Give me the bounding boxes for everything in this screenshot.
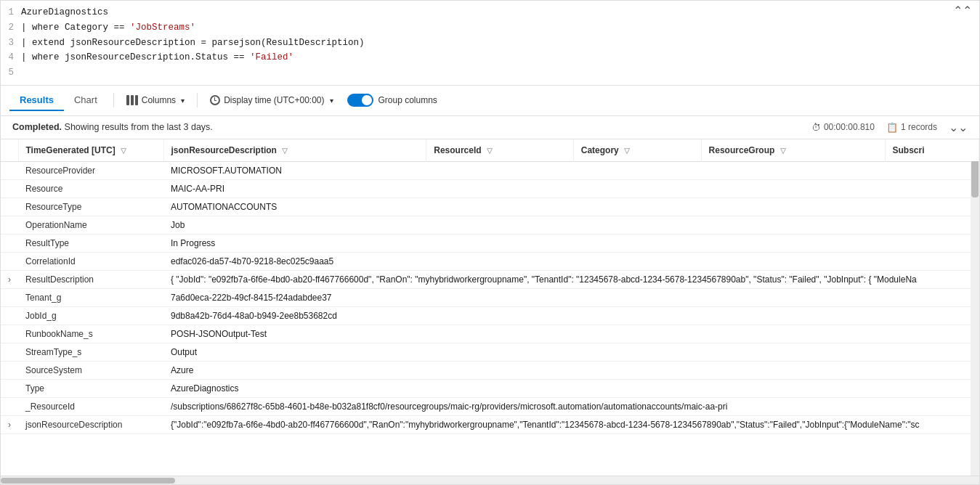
table-row: SourceSystemAzure xyxy=(1,361,979,379)
records-info: 📋 1 records xyxy=(886,122,937,133)
status-bar: Completed. Showing results from the last… xyxy=(1,116,979,139)
query-line: 1AzureDiagnostics xyxy=(1,5,979,20)
query-line: 2| where Category == 'JobStreams' xyxy=(1,20,979,36)
toggle-thumb xyxy=(362,95,372,105)
query-token: AzureDiagnostics xyxy=(21,7,108,17)
row-value: AUTOMATIONACCOUNTS xyxy=(163,197,979,216)
display-time-button[interactable]: Display time (UTC+00:00) ▾ xyxy=(203,91,339,109)
table-row: ResourceProviderMICROSOFT.AUTOMATION xyxy=(1,161,979,179)
results-table: TimeGenerated [UTC] ▽jsonResourceDescrip… xyxy=(1,139,979,434)
table-row: ›jsonResourceDescription{"JobId":"e092fb… xyxy=(1,415,979,433)
table-row: JobId_g9db8a42b-76d4-48a0-b949-2ee8b5368… xyxy=(1,306,979,325)
row-key: ResultDescription xyxy=(18,270,163,288)
filter-icon[interactable]: ▽ xyxy=(121,147,126,155)
expand-cell[interactable]: › xyxy=(1,415,18,433)
table-row: ›ResultDescription{ "JobId": "e092fb7a-6… xyxy=(1,270,979,288)
group-columns-label: Group columns xyxy=(378,95,437,105)
expand-cell xyxy=(1,343,18,361)
expand-cell xyxy=(1,361,18,379)
columns-icon xyxy=(126,95,138,105)
clock-icon xyxy=(210,95,220,105)
row-key: ResourceType xyxy=(18,197,163,216)
col-header-resourcegroup[interactable]: ResourceGroup ▽ xyxy=(701,139,885,162)
filter-icon[interactable]: ▽ xyxy=(282,147,288,155)
collapse-editor-button[interactable]: ⌃⌃ xyxy=(953,4,972,17)
row-value: {"JobId":"e092fb7a-6f6e-4bd0-ab20-ff4677… xyxy=(163,415,979,433)
vertical-scrollbar[interactable] xyxy=(971,139,979,476)
row-key: StreamType_s xyxy=(18,343,163,361)
col-header-timegenerated-[utc][interactable]: TimeGenerated [UTC] ▽ xyxy=(18,139,163,162)
expand-cell xyxy=(1,197,18,216)
line-number: 3 xyxy=(1,36,21,50)
status-detail: Showing results from the last 3 days. xyxy=(65,122,213,132)
row-key: RunbookName_s xyxy=(18,325,163,343)
query-line: 5 xyxy=(1,65,979,81)
expand-cell xyxy=(1,161,18,179)
row-value: MAIC-AA-PRI xyxy=(163,179,979,197)
query-token: 'Failed' xyxy=(250,52,293,62)
tab-results[interactable]: Results xyxy=(9,90,64,111)
horizontal-scrollbar-thumb[interactable] xyxy=(1,478,175,484)
table-row: ResourceMAIC-AA-PRI xyxy=(1,179,979,197)
row-value: 7a6d0eca-222b-49cf-8415-f24adabdee37 xyxy=(163,288,979,306)
row-key: Tenant_g xyxy=(18,288,163,306)
row-key: SourceSystem xyxy=(18,361,163,379)
results-table-container: TimeGenerated [UTC] ▽jsonResourceDescrip… xyxy=(1,139,979,476)
status-bold: Completed. xyxy=(12,122,62,132)
row-key: _ResourceId xyxy=(18,397,163,415)
table-row: TypeAzureDiagnostics xyxy=(1,379,979,397)
filter-icon[interactable]: ▽ xyxy=(487,147,493,155)
query-line: 3| extend jsonResourceDescription = pars… xyxy=(1,36,979,51)
expand-cell xyxy=(1,179,18,197)
group-columns-toggle[interactable]: Group columns xyxy=(347,94,437,107)
expand-cell[interactable]: › xyxy=(1,270,18,288)
table-row: StreamType_sOutput xyxy=(1,343,979,361)
line-content: | where Category == 'JobStreams' xyxy=(21,21,195,35)
toolbar: ResultsChart Columns ▾ Display time (UTC… xyxy=(1,86,979,116)
col-header-resourceid[interactable]: ResourceId ▽ xyxy=(426,139,573,162)
horizontal-scrollbar[interactable] xyxy=(1,476,979,484)
expand-cell xyxy=(1,288,18,306)
row-key: jsonResourceDescription xyxy=(18,415,163,433)
table-row: ResultTypeIn Progress xyxy=(1,234,979,252)
col-header-jsonresourcedescription[interactable]: jsonResourceDescription ▽ xyxy=(163,139,426,162)
line-number: 1 xyxy=(1,6,21,20)
row-value: { "JobId": "e092fb7a-6f6e-4bd0-ab20-ff46… xyxy=(163,270,979,288)
tabs-container: ResultsChart xyxy=(9,90,108,111)
row-value: /subscriptions/68627f8c-65b8-4601-b48e-b… xyxy=(163,397,979,415)
col-header-category[interactable]: Category ▽ xyxy=(573,139,701,162)
expand-results-button[interactable]: ⌄⌄ xyxy=(949,121,968,134)
expand-cell xyxy=(1,325,18,343)
tab-chart[interactable]: Chart xyxy=(64,90,108,111)
row-key: JobId_g xyxy=(18,306,163,325)
filter-icon[interactable]: ▽ xyxy=(780,147,786,155)
query-line: 4| where jsonResourceDescription.Status … xyxy=(1,50,979,65)
expand-cell xyxy=(1,252,18,270)
expand-cell xyxy=(1,306,18,325)
row-key: OperationName xyxy=(18,216,163,234)
duration-value: 00:00:00.810 xyxy=(824,122,875,132)
query-token: 'JobStreams' xyxy=(130,23,195,33)
table-row: OperationNameJob xyxy=(1,216,979,234)
line-number: 2 xyxy=(1,21,21,35)
row-value: Output xyxy=(163,343,979,361)
display-time-arrow: ▾ xyxy=(330,97,333,105)
records-count: 1 records xyxy=(901,122,937,132)
table-row: RunbookName_sPOSH-JSONOutput-Test xyxy=(1,325,979,343)
row-key: Resource xyxy=(18,179,163,197)
table-row: ResourceTypeAUTOMATIONACCOUNTS xyxy=(1,197,979,216)
columns-button[interactable]: Columns ▾ xyxy=(120,91,191,109)
table-row: CorrelationIdedfac026-da57-4b70-9218-8ec… xyxy=(1,252,979,270)
expand-cell xyxy=(1,379,18,397)
row-value: POSH-JSONOutput-Test xyxy=(163,325,979,343)
row-key: ResultType xyxy=(18,234,163,252)
duration-icon: ⏱ 00:00:00.810 xyxy=(811,122,875,133)
main-container: 1AzureDiagnostics2| where Category == 'J… xyxy=(0,0,980,485)
query-editor: 1AzureDiagnostics2| where Category == 'J… xyxy=(1,1,979,86)
row-value: Azure xyxy=(163,361,979,379)
expand-cell xyxy=(1,216,18,234)
row-key: CorrelationId xyxy=(18,252,163,270)
filter-icon[interactable]: ▽ xyxy=(624,147,630,155)
line-content: AzureDiagnostics xyxy=(21,6,108,20)
row-value: In Progress xyxy=(163,234,979,252)
